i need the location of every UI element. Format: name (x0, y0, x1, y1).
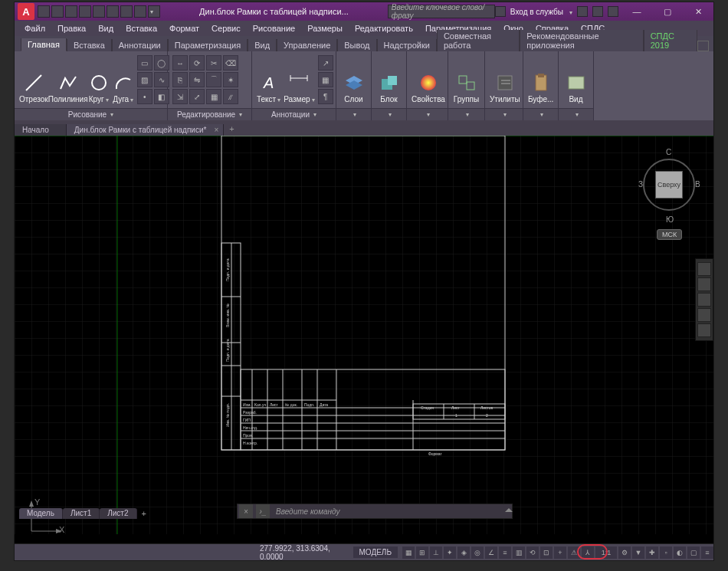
qat-undo-icon[interactable] (120, 5, 133, 18)
sb-osnap-icon[interactable]: ◎ (471, 546, 484, 559)
panel-draw-label[interactable]: Рисование (15, 108, 167, 120)
rotate-icon[interactable]: ⟳ (189, 55, 205, 71)
sb-gear-icon[interactable]: ⚙ (618, 546, 631, 559)
cmdline-prompt-icon[interactable]: ›_ (256, 504, 270, 518)
menu-draw[interactable]: Рисование (248, 23, 300, 34)
viewcube-top-face[interactable]: Сверху (655, 171, 683, 199)
text-button[interactable]: AТекст (257, 56, 280, 103)
sb-customize-icon[interactable]: ≡ (701, 546, 713, 559)
copy-icon[interactable]: ⎘ (172, 72, 188, 87)
viewcube-south[interactable]: Ю (666, 215, 674, 224)
offset-icon[interactable]: ⫽ (223, 89, 238, 104)
ellipse-icon[interactable]: ◯ (154, 55, 169, 71)
panel-utils-dd[interactable] (485, 108, 523, 120)
polyline-button[interactable]: Полилиния (51, 56, 85, 103)
viewcube-north[interactable]: С (666, 148, 671, 156)
tab-home[interactable]: Главная (21, 38, 67, 51)
tab-featured[interactable]: Рекомендованные приложения (520, 30, 643, 51)
nav-wheel-icon[interactable] (697, 262, 711, 276)
close-button[interactable]: ✕ (683, 2, 713, 21)
mtext-icon[interactable]: ¶ (318, 89, 333, 104)
search-input[interactable]: Введите ключевое слово/фразу (388, 5, 495, 18)
sb-cleanscreen-icon[interactable]: ▢ (687, 546, 700, 559)
qat-plot-icon[interactable] (107, 5, 119, 18)
array-icon[interactable]: ▦ (206, 89, 221, 104)
cmdline-expand-icon[interactable] (505, 508, 513, 512)
tab-spds[interactable]: СПДС 2019 (644, 30, 698, 51)
sb-lwt-icon[interactable]: ≡ (499, 546, 511, 559)
model-space-button[interactable]: МОДЕЛЬ (353, 546, 398, 558)
panel-edit-label[interactable]: Редактирование (168, 108, 251, 120)
tab-view[interactable]: Вид (248, 39, 277, 51)
block-button[interactable]: Блок (376, 56, 402, 103)
menu-view[interactable]: Вид (93, 23, 119, 34)
scale-icon[interactable]: ⤢ (189, 89, 205, 104)
layout-tab-sheet2[interactable]: Лист2 (100, 508, 136, 519)
menu-format[interactable]: Формат (164, 23, 205, 34)
dimension-button[interactable]: Размер (284, 56, 314, 103)
menu-insert[interactable]: Вставка (120, 23, 162, 34)
menu-edit[interactable]: Правка (52, 23, 91, 34)
panel-view-dd[interactable] (559, 108, 593, 120)
tab-parametric[interactable]: Параметризация (168, 39, 248, 51)
qat-open-icon[interactable] (51, 5, 64, 18)
tab-insert[interactable]: Вставка (67, 39, 112, 51)
tab-manage[interactable]: Управление (277, 39, 337, 51)
view-button[interactable]: Вид (563, 56, 589, 103)
tab-annotate[interactable]: Аннотации (112, 39, 168, 51)
qat-saveas-icon[interactable] (79, 5, 91, 18)
panel-block-dd[interactable] (372, 108, 406, 120)
tab-collab[interactable]: Совместная работа (437, 30, 520, 51)
viewcube-cs[interactable]: МСК (657, 229, 682, 240)
stretch-icon[interactable]: ⇲ (172, 89, 188, 104)
mirror-icon[interactable]: ⇋ (189, 72, 205, 87)
table-icon[interactable]: ▦ (318, 72, 333, 87)
sb-snap-icon[interactable]: ⊞ (416, 546, 428, 559)
qat-save-icon[interactable] (65, 5, 77, 18)
utilities-button[interactable]: Утилиты (490, 56, 520, 103)
hatch-icon[interactable]: ▨ (137, 72, 152, 87)
sb-transparency-icon[interactable]: ▥ (513, 546, 525, 559)
tab-output[interactable]: Вывод (337, 39, 376, 51)
nav-showmotion-icon[interactable] (697, 323, 711, 337)
properties-button[interactable]: Свойства (412, 56, 445, 103)
layers-button[interactable]: Слои (341, 56, 366, 103)
drawing-canvas[interactable]: Изм. Кол.уч Лист № док. Подп. Дата Разра… (15, 136, 713, 543)
trim-icon[interactable]: ✂ (206, 55, 221, 71)
panel-annot-label[interactable]: Аннотации (252, 108, 336, 120)
help-icon[interactable] (608, 6, 618, 17)
erase-icon[interactable]: ⌫ (223, 55, 238, 71)
qat-redo-icon[interactable] (134, 5, 146, 18)
rect-icon[interactable]: ▭ (137, 55, 152, 71)
menu-dimensions[interactable]: Размеры (302, 23, 348, 34)
menu-modify[interactable]: Редактировать (349, 23, 418, 34)
login-dropdown-icon[interactable] (568, 8, 572, 16)
sb-iso-icon[interactable]: ◈ (457, 546, 470, 559)
nav-zoom-icon[interactable] (697, 293, 711, 307)
layout-tab-model[interactable]: Модель (19, 508, 63, 519)
sb-annovisibility-icon[interactable]: ✚ (646, 546, 658, 559)
app-options-icon[interactable] (592, 6, 603, 17)
move-icon[interactable]: ↔ (172, 55, 188, 71)
app-icon[interactable]: A (18, 3, 34, 20)
sb-hardware-icon[interactable]: ▫ (660, 546, 672, 559)
panel-props-dd[interactable] (407, 108, 448, 120)
cmdline-close-icon[interactable]: × (239, 504, 253, 518)
sb-grid-icon[interactable]: ▦ (402, 546, 415, 559)
sb-workspace-icon[interactable]: ▼ (632, 546, 644, 559)
line-button[interactable]: Отрезок (19, 56, 48, 103)
sb-polar-icon[interactable]: ✦ (444, 546, 456, 559)
ribbon-collapse-icon[interactable] (697, 41, 709, 51)
region-icon[interactable]: ◧ (154, 89, 169, 104)
panel-groups-dd[interactable] (448, 108, 484, 120)
menu-service[interactable]: Сервис (206, 23, 246, 34)
viewcube[interactable]: Сверху С Ю В З МСК (638, 145, 700, 229)
fillet-icon[interactable]: ⌒ (206, 72, 221, 87)
new-tab-button[interactable]: + (224, 122, 239, 136)
people-icon[interactable] (495, 6, 506, 17)
clipboard-button[interactable]: Буфе... (528, 56, 553, 103)
viewcube-east[interactable]: В (695, 180, 700, 189)
sb-dyninput-icon[interactable]: + (554, 546, 566, 559)
menu-file[interactable]: Файл (19, 23, 51, 34)
circle-button[interactable]: Круг (88, 56, 110, 103)
